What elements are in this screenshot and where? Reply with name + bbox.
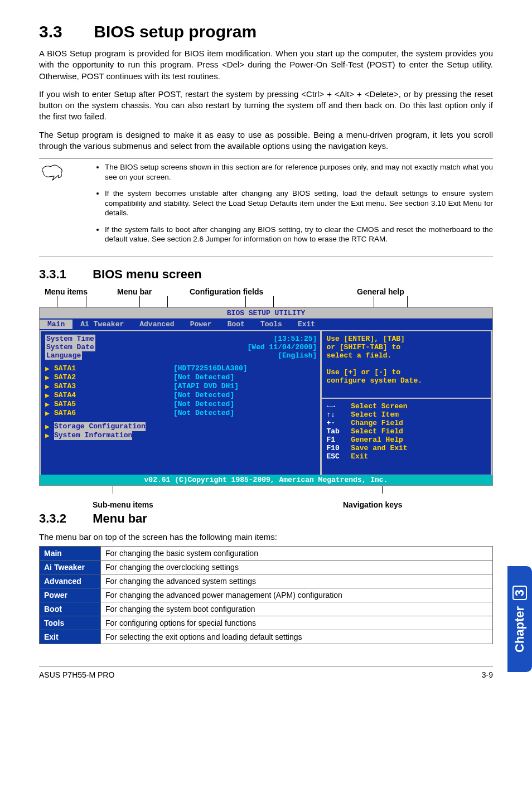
side-tab-text: Chapter bbox=[512, 606, 527, 652]
connector-lines-top bbox=[39, 296, 493, 307]
divider bbox=[39, 257, 493, 257]
submenu-triangle-icon: ▶ bbox=[45, 409, 54, 418]
bios-value-system-date: [Wed 11/04/2009] bbox=[248, 343, 317, 351]
nav-text: Select Item bbox=[351, 410, 399, 419]
note-list: The BIOS setup screens shown in this sec… bbox=[71, 162, 493, 251]
nav-key: F1 bbox=[326, 436, 346, 444]
bios-item-sata5[interactable]: SATA5 bbox=[54, 400, 173, 409]
bios-item-system-date[interactable]: System Date bbox=[45, 343, 95, 351]
menubar-intro: The menu bar on top of the screen has th… bbox=[39, 532, 493, 543]
table-header-cell: Main bbox=[40, 547, 101, 561]
chapter-side-tab: Chapter 3 bbox=[507, 566, 532, 672]
footer-left: ASUS P7H55-M PRO bbox=[39, 670, 114, 679]
submenu-triangle-icon: ▶ bbox=[45, 391, 54, 400]
bios-item-sata6[interactable]: SATA6 bbox=[54, 409, 173, 418]
table-row: BootFor changing the system boot configu… bbox=[40, 602, 493, 616]
subsection-heading-2: 3.3.2 Menu bar bbox=[39, 511, 493, 526]
bios-tab-power[interactable]: Power bbox=[182, 320, 220, 329]
table-header-cell: Advanced bbox=[40, 574, 101, 588]
subsection-heading: 3.3.1 BIOS menu screen bbox=[39, 267, 493, 282]
paragraph-2: If you wish to enter Setup after POST, r… bbox=[39, 89, 493, 123]
submenu-triangle-icon: ▶ bbox=[45, 431, 54, 440]
bios-tab-main[interactable]: Main bbox=[40, 320, 72, 329]
bios-tab-tools[interactable]: Tools bbox=[253, 320, 290, 329]
paragraph-3: The Setup program is designed to make it… bbox=[39, 129, 493, 152]
section-heading: 3.3 BIOS setup program bbox=[39, 22, 493, 41]
divider bbox=[39, 158, 493, 159]
page-footer: ASUS P7H55-M PRO 3-9 bbox=[39, 666, 493, 690]
bios-value-sata2: [Not Detected] bbox=[173, 373, 234, 382]
table-row: MainFor changing the basic system config… bbox=[40, 547, 493, 561]
help-line: Use [ENTER], [TAB] bbox=[326, 335, 486, 343]
bios-item-sata3[interactable]: SATA3 bbox=[54, 382, 173, 391]
table-cell: For configuring options for special func… bbox=[101, 616, 493, 630]
bios-value-system-time: [13:51:25] bbox=[273, 335, 317, 343]
bios-title: BIOS SETUP UTILITY bbox=[40, 308, 492, 318]
bios-item-sata1[interactable]: SATA1 bbox=[54, 364, 173, 373]
bios-value-sata4: [Not Detected] bbox=[173, 391, 234, 400]
table-row: Ai TweakerFor changing the overclocking … bbox=[40, 561, 493, 574]
bios-item-storage-config[interactable]: Storage Configuration bbox=[54, 422, 146, 431]
table-row: PowerFor changing the advanced power man… bbox=[40, 588, 493, 602]
bios-top-labels: Menu items Menu bar Configuration fields… bbox=[39, 287, 493, 296]
subsection-number: 3.3.1 bbox=[39, 267, 89, 282]
paragraph-1: A BIOS Setup program is provided for BIO… bbox=[39, 48, 493, 82]
bios-item-sata4[interactable]: SATA4 bbox=[54, 391, 173, 400]
submenu-triangle-icon: ▶ bbox=[45, 400, 54, 409]
bios-tab-exit[interactable]: Exit bbox=[290, 320, 323, 329]
table-cell: For selecting the exit options and loadi… bbox=[101, 630, 493, 644]
bios-tab-ai-tweaker[interactable]: Ai Tweaker bbox=[72, 320, 132, 329]
table-header-cell: Ai Tweaker bbox=[40, 561, 101, 574]
bios-footer: v02.61 (C)Copyright 1985-2009, American … bbox=[40, 475, 492, 485]
submenu-triangle-icon: ▶ bbox=[45, 373, 54, 382]
section-number: 3.3 bbox=[39, 22, 89, 41]
bios-value-sata5: [Not Detected] bbox=[173, 400, 234, 409]
table-header-cell: Tools bbox=[40, 616, 101, 630]
nav-key: Tab bbox=[326, 427, 346, 436]
bios-value-sata1: [HDT722516DLA380] bbox=[173, 364, 248, 373]
bios-item-sata2[interactable]: SATA2 bbox=[54, 373, 173, 382]
bios-item-system-info[interactable]: System Information bbox=[54, 431, 132, 440]
nav-key: ESC bbox=[326, 452, 346, 461]
table-header-cell: Exit bbox=[40, 630, 101, 644]
connector-lines-bottom bbox=[39, 486, 493, 494]
help-line: or [SHIFT-TAB] to bbox=[326, 343, 486, 351]
bios-left-panel: System Time[13:51:25] System Date[Wed 11… bbox=[40, 331, 321, 475]
nav-text: Change Field bbox=[351, 419, 403, 427]
bios-item-language[interactable]: Language bbox=[45, 351, 82, 360]
bios-value-language: [English] bbox=[278, 351, 317, 360]
label-menu-items: Menu items bbox=[39, 287, 117, 296]
label-config-fields: Configuration fields bbox=[190, 287, 307, 296]
table-row: ToolsFor configuring options for special… bbox=[40, 616, 493, 630]
note-icon bbox=[39, 162, 66, 181]
table-cell: For changing the system boot configurati… bbox=[101, 602, 493, 616]
note-item-3: If the system fails to boot after changi… bbox=[105, 225, 493, 244]
help-line: configure system Date. bbox=[326, 376, 486, 385]
bios-bottom-labels: Sub-menu items Navigation keys bbox=[39, 500, 493, 509]
main-items-table: MainFor changing the basic system config… bbox=[39, 546, 493, 644]
bios-value-sata3: [ATAPI DVD DH1] bbox=[173, 382, 239, 391]
note-item-2: If the system becomes unstable after cha… bbox=[105, 189, 493, 218]
nav-key: +- bbox=[326, 419, 346, 427]
table-cell: For changing the overclocking settings bbox=[101, 561, 493, 574]
bios-item-system-time[interactable]: System Time bbox=[45, 335, 95, 343]
table-cell: For changing the advanced system setting… bbox=[101, 574, 493, 588]
bios-tab-advanced[interactable]: Advanced bbox=[132, 320, 182, 329]
note-item-1: The BIOS setup screens shown in this sec… bbox=[105, 162, 493, 182]
bios-help-panel: Use [ENTER], [TAB] or [SHIFT-TAB] to sel… bbox=[321, 331, 491, 398]
nav-text: Select Field bbox=[351, 427, 403, 436]
nav-key: F10 bbox=[326, 444, 346, 452]
submenu-triangle-icon: ▶ bbox=[45, 382, 54, 391]
label-menu-bar: Menu bar bbox=[117, 287, 190, 296]
bios-menubar: Main Ai Tweaker Advanced Power Boot Tool… bbox=[40, 318, 492, 330]
side-tab-number: 3 bbox=[512, 586, 527, 600]
label-general-help: General help bbox=[307, 287, 493, 296]
help-line: Use [+] or [-] to bbox=[326, 368, 486, 376]
bios-tab-boot[interactable]: Boot bbox=[220, 320, 253, 329]
table-header-cell: Boot bbox=[40, 602, 101, 616]
label-navigation-keys: Navigation keys bbox=[243, 500, 493, 509]
section-title: BIOS setup program bbox=[94, 22, 257, 41]
bios-value-sata6: [Not Detected] bbox=[173, 409, 234, 418]
help-line: select a field. bbox=[326, 351, 486, 360]
submenu-triangle-icon: ▶ bbox=[45, 364, 54, 373]
